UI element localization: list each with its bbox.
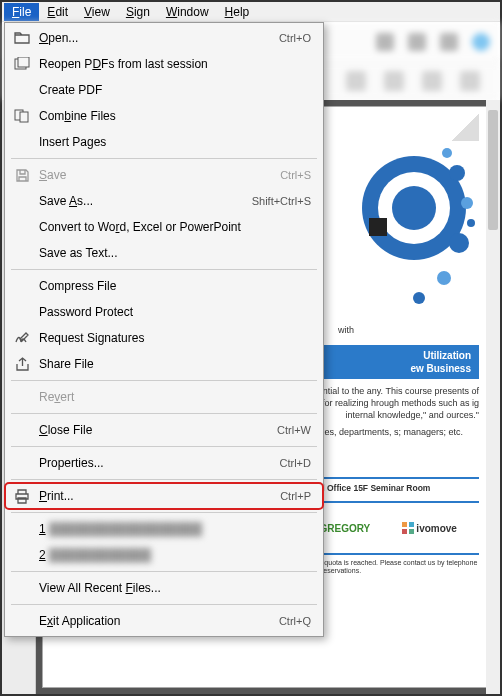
menu-compress-file[interactable]: Compress File (5, 273, 323, 299)
document-graphic (359, 113, 479, 313)
save-icon (13, 166, 31, 184)
menuhead-window[interactable]: Window (158, 3, 217, 21)
share-icon (13, 355, 31, 373)
menu-save-as-text[interactable]: Save as Text... (5, 240, 323, 266)
svg-point-9 (449, 233, 469, 253)
svg-point-13 (467, 219, 475, 227)
toolbar-icon[interactable] (408, 33, 426, 51)
menu-combine-files[interactable]: Combine Files (5, 103, 323, 129)
toolbar-icon[interactable] (422, 71, 442, 91)
menu-create-pdf[interactable]: Create PDF (5, 77, 323, 103)
menuhead-help[interactable]: Help (217, 3, 258, 21)
menu-close-file[interactable]: Close File Ctrl+W (5, 417, 323, 443)
menu-recent-2[interactable]: 2 ████████████ (5, 542, 323, 568)
menu-insert-pages[interactable]: Insert Pages (5, 129, 323, 155)
menuhead-view[interactable]: View (76, 3, 118, 21)
menu-share-file[interactable]: Share File (5, 351, 323, 377)
file-menu-dropdown: Open... Ctrl+O Reopen PDFs from last ses… (4, 22, 324, 637)
svg-rect-14 (369, 218, 387, 236)
toolbar-icon[interactable] (384, 71, 404, 91)
svg-point-7 (449, 165, 465, 181)
logo-ivomove: ivomove (402, 522, 457, 534)
menu-print[interactable]: Print... Ctrl+P (5, 483, 323, 509)
svg-rect-1 (18, 57, 29, 67)
menu-open[interactable]: Open... Ctrl+O (5, 25, 323, 51)
signature-icon (13, 329, 31, 347)
reopen-icon (13, 55, 31, 73)
svg-point-6 (392, 186, 436, 230)
svg-point-10 (437, 271, 451, 285)
printer-icon (13, 487, 31, 505)
combine-icon (13, 107, 31, 125)
menu-save: Save Ctrl+S (5, 162, 323, 188)
menuhead-file[interactable]: File (4, 3, 39, 21)
menu-exit-application[interactable]: Exit Application Ctrl+Q (5, 608, 323, 634)
menu-recent-1[interactable]: 1 ██████████████████ (5, 516, 323, 542)
svg-point-11 (413, 292, 425, 304)
menubar: File Edit View Sign Window Help (2, 2, 500, 22)
menu-properties[interactable]: Properties... Ctrl+D (5, 450, 323, 476)
menu-revert: Revert (5, 384, 323, 410)
toolbar-account-icon[interactable] (472, 33, 490, 51)
menu-save-as[interactable]: Save As... Shift+Ctrl+S (5, 188, 323, 214)
vertical-scrollbar[interactable] (486, 100, 500, 694)
toolbar-icon[interactable] (376, 33, 394, 51)
menuhead-sign[interactable]: Sign (118, 3, 158, 21)
folder-open-icon (13, 29, 31, 47)
menu-password-protect[interactable]: Password Protect (5, 299, 323, 325)
menu-convert[interactable]: Convert to Word, Excel or PowerPoint (5, 214, 323, 240)
menu-request-signatures[interactable]: Request Signatures (5, 325, 323, 351)
toolbar-icon[interactable] (346, 71, 366, 91)
toolbar-icon[interactable] (440, 33, 458, 51)
shortcut: Ctrl+O (279, 32, 311, 44)
svg-point-12 (442, 148, 452, 158)
doc-intro-suffix: with (338, 325, 354, 335)
scrollbar-thumb[interactable] (488, 110, 498, 230)
menu-reopen-pdfs[interactable]: Reopen PDFs from last session (5, 51, 323, 77)
toolbar-icon[interactable] (460, 71, 480, 91)
svg-point-8 (461, 197, 473, 209)
svg-rect-3 (20, 112, 28, 122)
menu-view-all-recent[interactable]: View All Recent Files... (5, 575, 323, 601)
menuhead-edit[interactable]: Edit (39, 3, 76, 21)
